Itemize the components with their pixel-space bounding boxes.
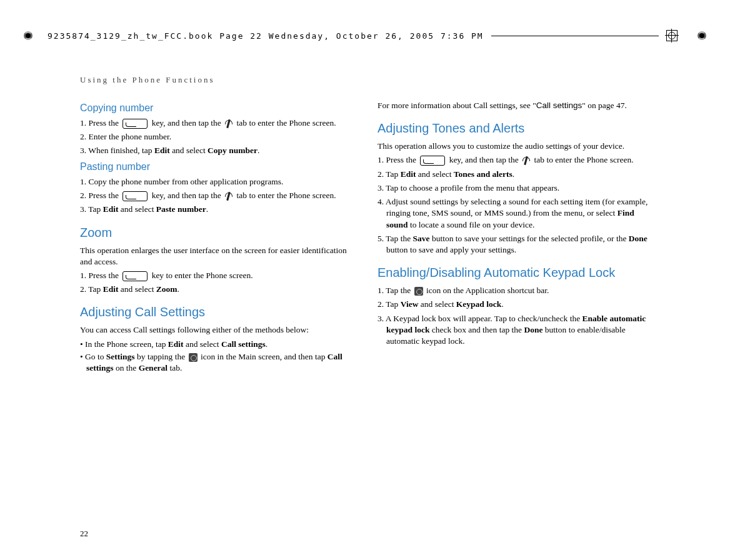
step: 2. Press the key, and then tap the tab t…	[80, 190, 352, 201]
heading-call-settings: Adjusting Call Settings	[80, 304, 352, 321]
step: 2. Tap Edit and select Tones and alerts.	[378, 169, 650, 180]
settings-icon	[414, 287, 423, 296]
step: 2. Tap View and select Keypad lock.	[378, 299, 650, 310]
cross-mark-icon	[666, 30, 678, 41]
crop-mark-header: 9235874_3129_zh_tw_FCC.book Page 22 Wedn…	[24, 30, 706, 41]
antenna-tab-icon	[224, 119, 233, 128]
left-column: Copying number 1. Press the key, and the…	[80, 98, 352, 375]
heading-zoom: Zoom	[80, 224, 352, 241]
heading-copying-number: Copying number	[80, 101, 352, 115]
crop-mark-icon	[24, 31, 32, 40]
step: 1. Press the key, and then tap the tab t…	[80, 118, 352, 129]
paragraph: For more information about Call settings…	[378, 100, 650, 111]
crop-mark-icon	[698, 31, 706, 40]
phone-key-icon	[122, 119, 148, 129]
step: 3. Tap Edit and select Paste number.	[80, 204, 352, 215]
step: 3. When finished, tap Edit and select Co…	[80, 145, 352, 156]
step: 1. Copy the phone number from other appl…	[80, 176, 352, 188]
right-column: For more information about Call settings…	[378, 98, 650, 375]
bullet: • Go to Settings by tapping the icon in …	[80, 351, 352, 374]
antenna-tab-icon	[224, 192, 233, 201]
antenna-tab-icon	[522, 156, 531, 165]
phone-key-icon	[420, 156, 445, 166]
heading-tones-alerts: Adjusting Tones and Alerts	[378, 120, 650, 137]
page-content: Using the Phone Functions Copying number…	[80, 75, 650, 535]
step: 3. A Keypad lock box will appear. Tap to…	[378, 313, 650, 348]
page-number: 22	[80, 529, 88, 539]
running-header: Using the Phone Functions	[80, 75, 650, 85]
paragraph: This operation enlarges the user interfa…	[80, 245, 352, 268]
bullet: • In the Phone screen, tap Edit and sele…	[80, 339, 352, 350]
paragraph: You can access Call settings following e…	[80, 324, 352, 336]
step: 1. Tap the icon on the Application short…	[378, 285, 650, 296]
paragraph: This operation allows you to customize t…	[378, 141, 650, 152]
step: 1. Press the key to enter the Phone scre…	[80, 270, 352, 281]
heading-pasting-number: Pasting number	[80, 160, 352, 174]
step: 4. Adjust sound settings by selecting a …	[378, 196, 650, 231]
phone-key-icon	[122, 191, 148, 201]
step: 1. Press the key, and then tap the tab t…	[378, 154, 650, 166]
step: 3. Tap to choose a profile from the menu…	[378, 182, 650, 194]
heading-keypad-lock: Enabling/Disabling Automatic Keypad Lock	[378, 264, 650, 281]
step: 5. Tap the Save button to save your sett…	[378, 233, 650, 256]
step: 2. Enter the phone number.	[80, 131, 352, 142]
file-meta: 9235874_3129_zh_tw_FCC.book Page 22 Wedn…	[48, 31, 484, 41]
phone-key-icon	[122, 271, 148, 281]
settings-icon	[189, 353, 198, 362]
step: 2. Tap Edit and select Zoom.	[80, 284, 352, 295]
